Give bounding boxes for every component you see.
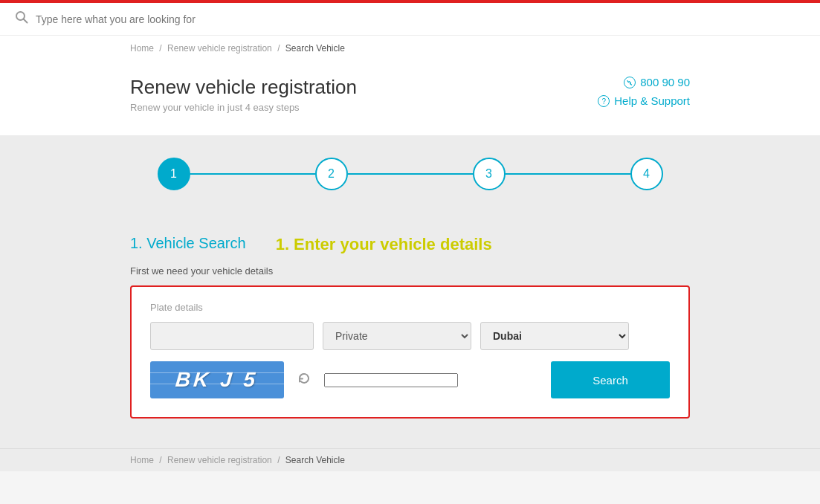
plate-details-row: •••••••••• Private Commercial Diplomatic… xyxy=(150,322,670,350)
steps-area: 1 2 3 4 xyxy=(0,135,820,213)
plate-label: Plate details xyxy=(150,302,670,313)
breadcrumb-sep2: / xyxy=(277,43,280,54)
step-3[interactable]: 3 xyxy=(473,158,506,190)
footer-breadcrumb-step1[interactable]: Renew vehicle registration xyxy=(167,455,272,465)
breadcrumb-home[interactable]: Home xyxy=(130,43,154,54)
captcha-display-text: BK J 5 xyxy=(175,368,259,392)
steps-track: 1 2 3 4 xyxy=(158,158,663,190)
emirate-select[interactable]: Dubai Abu Dhabi Sharjah Ajman xyxy=(480,322,629,350)
breadcrumb-step1[interactable]: Renew vehicle registration xyxy=(167,43,272,54)
search-icon xyxy=(15,10,28,28)
breadcrumb: Home / Renew vehicle registration / Sear… xyxy=(0,36,820,61)
svg-line-1 xyxy=(24,19,28,23)
section-header: 1. Vehicle Search 1. Enter your vehicle … xyxy=(130,235,690,254)
search-button[interactable]: Search xyxy=(551,361,670,398)
footer-breadcrumb-home[interactable]: Home xyxy=(130,455,154,465)
step-line-3 xyxy=(506,173,630,175)
step-4[interactable]: 4 xyxy=(630,158,663,190)
footer-breadcrumb-current: Search Vehicle xyxy=(285,455,345,465)
footer-sep1: / xyxy=(159,455,161,465)
page-title: Renew vehicle registration xyxy=(130,76,357,99)
section-title: 1. Vehicle Search xyxy=(130,235,246,252)
help-support-link[interactable]: ? Help & Support xyxy=(598,94,690,107)
captcha-image: BK J 5 xyxy=(150,361,284,398)
title-block: Renew vehicle registration Renew your ve… xyxy=(130,76,357,113)
svg-point-2 xyxy=(624,77,636,88)
phone-number[interactable]: 800 90 90 xyxy=(598,76,690,88)
header-section: Renew vehicle registration Renew your ve… xyxy=(0,61,820,135)
sub-label: First we need your vehicle details xyxy=(130,265,690,277)
step-line-1 xyxy=(190,173,315,175)
captcha-refresh-button[interactable] xyxy=(293,367,315,393)
phone-icon xyxy=(624,77,636,88)
breadcrumb-current: Search Vehicle xyxy=(285,43,345,54)
global-search-input[interactable] xyxy=(36,13,805,25)
captcha-input[interactable]: BKJ5 xyxy=(324,373,458,387)
plate-type-select[interactable]: Private Commercial Diplomatic Export xyxy=(323,322,471,350)
captcha-row: BK J 5 BKJ5 Search xyxy=(150,361,670,398)
step-1[interactable]: 1 xyxy=(158,158,190,190)
footer-sep2: / xyxy=(277,455,280,465)
svg-text:?: ? xyxy=(602,97,607,106)
form-box: Plate details •••••••••• Private Commerc… xyxy=(130,285,690,419)
help-icon: ? xyxy=(598,95,610,107)
step-2[interactable]: 2 xyxy=(315,158,348,190)
search-bar xyxy=(0,3,820,36)
step-line-2 xyxy=(348,173,473,175)
page-subtitle: Renew your vehicle in just 4 easy steps xyxy=(130,102,357,113)
plate-number-input[interactable]: •••••••••• xyxy=(150,322,314,350)
section-instruction: 1. Enter your vehicle details xyxy=(276,235,492,254)
contact-block: 800 90 90 ? Help & Support xyxy=(598,76,690,113)
breadcrumb-sep1: / xyxy=(159,43,161,54)
main-content: 1. Vehicle Search 1. Enter your vehicle … xyxy=(0,213,820,448)
footer-breadcrumb: Home / Renew vehicle registration / Sear… xyxy=(0,448,820,471)
